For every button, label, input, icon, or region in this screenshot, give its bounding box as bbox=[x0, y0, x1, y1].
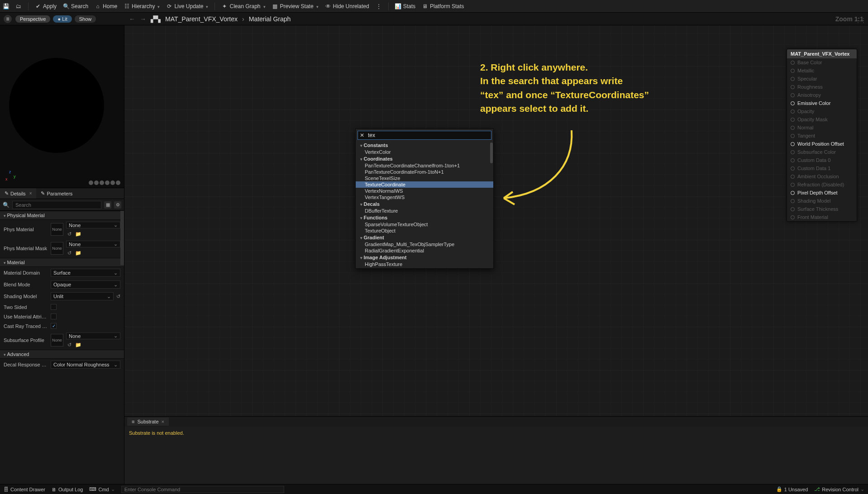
apply-button[interactable]: ✔Apply bbox=[35, 3, 57, 10]
unsaved-indicator[interactable]: 🔒1 Unsaved bbox=[776, 486, 808, 492]
cast-ray-traced-checkbox[interactable] bbox=[51, 323, 57, 329]
material-domain-dropdown[interactable]: Surface bbox=[51, 269, 120, 277]
close-icon[interactable]: × bbox=[29, 191, 32, 196]
browse-icon[interactable]: 🗂 bbox=[15, 3, 22, 10]
show-toggle[interactable]: Show bbox=[75, 15, 96, 23]
category-physical-material[interactable]: Physical Material bbox=[0, 211, 124, 220]
ctx-group[interactable]: Constants bbox=[356, 142, 493, 149]
browse-to-icon[interactable]: 📁 bbox=[75, 250, 81, 256]
toolbar-more-icon[interactable]: ⋮ bbox=[376, 3, 382, 10]
search-button[interactable]: 🔍Search bbox=[63, 3, 88, 10]
browse-to-icon[interactable]: 📁 bbox=[75, 231, 81, 237]
category-advanced[interactable]: Advanced bbox=[0, 350, 124, 359]
content-drawer-button[interactable]: 🗄Content Drawer bbox=[4, 487, 45, 492]
tab-parameters[interactable]: ✎Parameters bbox=[36, 188, 77, 199]
material-pin[interactable]: Specular bbox=[787, 75, 857, 83]
material-output-node[interactable]: MAT_Parent_VFX_Vortex Base ColorMetallic… bbox=[787, 49, 857, 222]
material-pin[interactable]: Shading Model bbox=[787, 197, 857, 205]
breadcrumb-graph[interactable]: Material Graph bbox=[249, 15, 291, 23]
subsurface-dropdown[interactable]: None bbox=[66, 332, 120, 339]
tab-substrate[interactable]: ≡Substrate× bbox=[127, 418, 169, 426]
material-pin[interactable]: Pixel Depth Offset bbox=[787, 189, 857, 197]
ctx-group[interactable]: Gradient bbox=[356, 234, 493, 241]
material-pin[interactable]: Metallic bbox=[787, 66, 857, 75]
material-pin[interactable]: Roughness bbox=[787, 83, 857, 91]
ctx-item[interactable]: TextureCoordinate bbox=[356, 181, 493, 188]
material-pin[interactable]: Anisotropy bbox=[787, 91, 857, 99]
preview-viewport[interactable]: zyx bbox=[0, 25, 124, 188]
material-pin[interactable]: Subsurface Color bbox=[787, 148, 857, 156]
phys-material-dropdown[interactable]: None bbox=[66, 222, 120, 228]
scrollbar[interactable] bbox=[120, 211, 124, 265]
clean-graph-button[interactable]: ✦Clean Graph bbox=[221, 3, 265, 10]
ctx-group[interactable]: Functions bbox=[356, 214, 493, 221]
use-selected-icon[interactable]: ↺ bbox=[66, 250, 72, 256]
material-graph-canvas[interactable]: 2. Right click anywhere. In the search t… bbox=[124, 25, 868, 484]
material-pin[interactable]: Front Material bbox=[787, 213, 857, 221]
grid-view-icon[interactable]: ▦ bbox=[104, 201, 111, 209]
decal-response-dropdown[interactable]: Color Normal Roughness bbox=[51, 361, 120, 369]
use-selected-icon[interactable]: ↺ bbox=[66, 342, 72, 348]
live-update-button[interactable]: ⟳Live Update bbox=[166, 3, 208, 10]
phys-material-mask-dropdown[interactable]: None bbox=[66, 241, 120, 247]
close-icon[interactable]: × bbox=[162, 419, 164, 424]
perspective-toggle[interactable]: Perspective bbox=[15, 15, 50, 23]
clear-search-icon[interactable]: ✕ bbox=[358, 132, 366, 138]
viewport-menu-icon[interactable] bbox=[4, 15, 12, 23]
use-selected-icon[interactable]: ↺ bbox=[66, 231, 72, 237]
scrollbar[interactable] bbox=[490, 142, 493, 163]
node-search-input[interactable] bbox=[366, 131, 491, 139]
asset-thumb[interactable]: None bbox=[51, 334, 63, 347]
material-pin[interactable]: World Position Offset bbox=[787, 140, 857, 148]
material-pin[interactable]: Tangent bbox=[787, 132, 857, 140]
breadcrumb-asset[interactable]: MAT_Parent_VFX_Vortex bbox=[165, 15, 238, 23]
platform-stats-button[interactable]: 🖥Platform Stats bbox=[422, 3, 464, 10]
material-pin[interactable]: Emissive Color bbox=[787, 99, 857, 107]
material-pin[interactable]: Refraction (Disabled) bbox=[787, 180, 857, 189]
ctx-item[interactable]: DBufferTexture bbox=[356, 208, 493, 214]
asset-thumb[interactable]: None bbox=[51, 223, 63, 236]
home-button[interactable]: ⌂Home bbox=[95, 3, 117, 10]
material-pin[interactable]: Base Color bbox=[787, 58, 857, 66]
two-sided-checkbox[interactable] bbox=[51, 304, 57, 310]
settings-icon[interactable]: ⚙ bbox=[114, 201, 121, 209]
shading-model-dropdown[interactable]: Unlit bbox=[51, 292, 114, 300]
tab-details[interactable]: ✎Details× bbox=[0, 188, 36, 199]
ctx-item[interactable]: SparseVolumeTextureObject bbox=[356, 221, 493, 228]
lit-toggle[interactable]: ●Lit bbox=[53, 15, 72, 23]
preview-state-button[interactable]: ▦Preview State bbox=[272, 3, 319, 10]
cmd-button[interactable]: ⌨Cmd⌄ bbox=[89, 486, 114, 492]
stats-button[interactable]: 📊Stats bbox=[395, 3, 415, 10]
primitive-selector[interactable] bbox=[89, 180, 120, 185]
asset-thumb[interactable]: None bbox=[51, 242, 63, 255]
output-log-button[interactable]: 🗎Output Log bbox=[52, 487, 83, 492]
palette-grip-icon[interactable]: ⋮⋮ bbox=[855, 17, 866, 24]
hide-unrelated-button[interactable]: 👁Hide Unrelated bbox=[325, 3, 369, 10]
nav-back-icon[interactable]: ← bbox=[129, 15, 135, 23]
reset-icon[interactable]: ↺ bbox=[116, 294, 120, 299]
ctx-item[interactable]: GradientMap_Multi_TexObjSamplerType bbox=[356, 241, 493, 247]
save-icon[interactable]: 💾 bbox=[3, 3, 9, 10]
material-pin[interactable]: Opacity Mask bbox=[787, 115, 857, 124]
ctx-item[interactable]: HighPassTexture bbox=[356, 261, 493, 267]
use-material-attrib-checkbox[interactable] bbox=[51, 314, 57, 319]
material-pin[interactable]: Surface Thickness bbox=[787, 205, 857, 213]
material-pin[interactable]: Custom Data 0 bbox=[787, 156, 857, 164]
console-input[interactable] bbox=[121, 486, 284, 493]
ctx-item[interactable]: SceneTexelSize bbox=[356, 175, 493, 181]
blend-mode-dropdown[interactable]: Opaque bbox=[51, 280, 120, 289]
ctx-group[interactable]: Image Adjustment bbox=[356, 254, 493, 261]
ctx-item[interactable]: RadialGradientExponential bbox=[356, 247, 493, 254]
category-material[interactable]: Material bbox=[0, 258, 124, 267]
material-pin[interactable]: Opacity bbox=[787, 107, 857, 115]
nav-forward-icon[interactable]: → bbox=[140, 15, 146, 23]
hierarchy-button[interactable]: ☷Hierarchy bbox=[124, 3, 160, 10]
ctx-group[interactable]: Decals bbox=[356, 200, 493, 208]
ctx-item[interactable]: PanTextureCoordinateFrom-1toN+1 bbox=[356, 169, 493, 175]
revision-control-button[interactable]: ⎇Revision Control⌄ bbox=[814, 486, 864, 492]
ctx-item[interactable]: UnSharpMaskTexture bbox=[356, 267, 493, 268]
ctx-group[interactable]: Coordinates bbox=[356, 155, 493, 162]
material-pin[interactable]: Custom Data 1 bbox=[787, 164, 857, 172]
details-search-input[interactable] bbox=[12, 201, 101, 209]
ctx-item[interactable]: VertexColor bbox=[356, 149, 493, 155]
